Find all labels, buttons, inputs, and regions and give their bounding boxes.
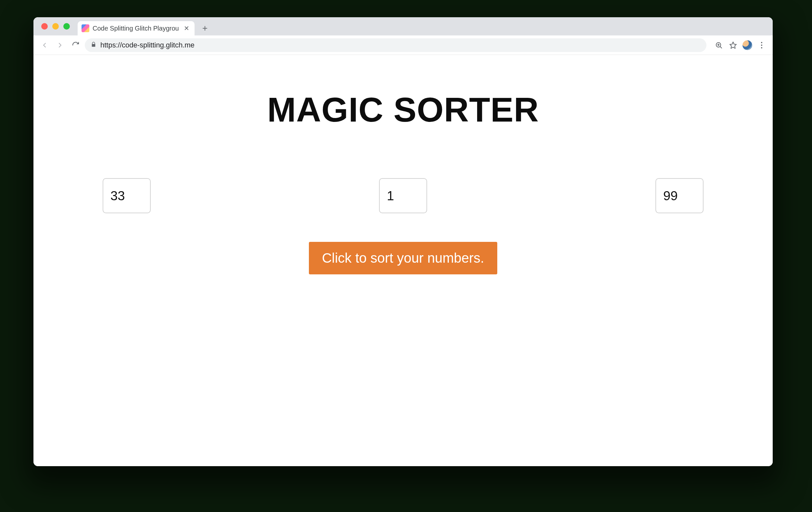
number-input-2[interactable] (379, 178, 427, 213)
number-input-1[interactable] (103, 178, 151, 213)
url-text: https://code-splitting.glitch.me (100, 41, 195, 49)
chrome-menu-button[interactable] (755, 39, 768, 52)
minimize-window-button[interactable] (52, 23, 59, 30)
reload-icon (72, 41, 80, 49)
zoom-icon (715, 41, 723, 49)
number-input-3[interactable] (656, 178, 703, 213)
lock-icon (91, 41, 96, 49)
forward-button[interactable] (54, 39, 66, 52)
kebab-icon (761, 42, 762, 49)
profile-button[interactable] (741, 39, 754, 52)
avatar-icon (743, 40, 752, 50)
bookmark-button[interactable] (727, 39, 740, 52)
arrow-right-icon (56, 41, 64, 49)
svg-marker-4 (730, 42, 736, 49)
address-bar[interactable]: https://code-splitting.glitch.me (85, 38, 706, 52)
browser-toolbar: https://code-splitting.glitch.me (33, 35, 773, 55)
browser-window: Code Splitting Glitch Playgroun ✕ + http… (33, 17, 773, 466)
reload-button[interactable] (69, 39, 82, 52)
close-tab-icon[interactable]: ✕ (182, 24, 191, 32)
number-inputs-row (103, 178, 703, 213)
back-button[interactable] (38, 39, 51, 52)
tab-strip: Code Splitting Glitch Playgroun ✕ + (33, 17, 773, 35)
window-controls (38, 17, 73, 35)
sort-button[interactable]: Click to sort your numbers. (309, 242, 497, 274)
zoom-button[interactable] (712, 39, 725, 52)
browser-tab[interactable]: Code Splitting Glitch Playgroun ✕ (78, 21, 195, 35)
close-window-button[interactable] (41, 23, 48, 30)
arrow-left-icon (40, 41, 49, 49)
page-title: MAGIC SORTER (267, 90, 539, 129)
maximize-window-button[interactable] (63, 23, 70, 30)
svg-line-1 (720, 47, 722, 48)
new-tab-button[interactable]: + (199, 22, 211, 35)
tab-favicon-icon (82, 24, 89, 32)
page-viewport: MAGIC SORTER Click to sort your numbers. (33, 55, 773, 466)
tab-title: Code Splitting Glitch Playgroun (93, 25, 179, 32)
star-icon (729, 41, 737, 49)
